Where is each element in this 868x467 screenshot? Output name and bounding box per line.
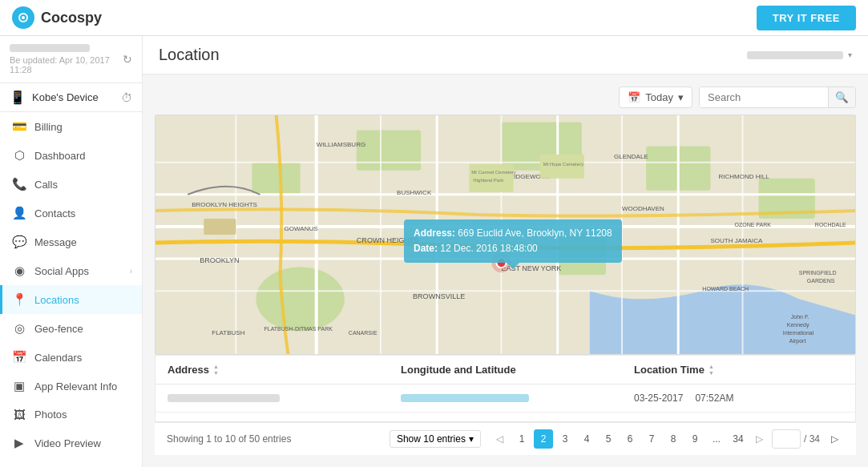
device-settings-icon[interactable]: ⏱ xyxy=(121,91,132,104)
account-updated: Be updated: Apr 10, 2017 11:28 xyxy=(10,55,123,74)
sidebar-item-call-recordings[interactable]: 🎙 Call Recordings xyxy=(0,457,142,467)
pagination-info: Showing 1 to 10 of 50 entries xyxy=(167,433,291,445)
sidebar-item-social-apps[interactable]: ◉ Social Apps › xyxy=(0,256,142,285)
cell-date: 03-25-2017 xyxy=(634,393,683,404)
device-icon: 📱 xyxy=(10,90,26,105)
sidebar-item-label: Calendars xyxy=(34,352,132,364)
total-pages-label: / 34 xyxy=(804,433,820,445)
page-size-select[interactable]: Show 10 entries ▾ xyxy=(390,430,481,448)
sidebar-item-billing[interactable]: 💳 Billing xyxy=(0,112,142,141)
svg-text:ROCHDALE: ROCHDALE xyxy=(815,222,846,227)
sidebar-item-label: Video Preview xyxy=(34,437,132,449)
col-header-address: Address ▲ ▼ xyxy=(155,356,389,384)
date-picker[interactable]: 📅 Today ▾ xyxy=(619,87,692,108)
sidebar-item-label: App Relevant Info xyxy=(34,380,132,393)
main-layout: Be updated: Apr 10, 2017 11:28 ↻ 📱 Kobe'… xyxy=(0,36,868,467)
page-btn-8[interactable]: 8 xyxy=(664,429,683,449)
sidebar-item-locations[interactable]: 📍 Locations xyxy=(0,285,142,314)
page-btn-9[interactable]: 9 xyxy=(685,429,704,449)
page-btn-3[interactable]: 3 xyxy=(555,429,575,449)
cell-time: 07:52AM xyxy=(695,393,733,404)
svg-text:SOUTH JAMAICA: SOUTH JAMAICA xyxy=(710,237,763,244)
device-info: 📱 Kobe's Device xyxy=(10,90,99,105)
date-picker-label: Today xyxy=(645,91,673,103)
svg-text:Kennedy: Kennedy xyxy=(787,322,809,328)
sort-time-icon[interactable]: ▲ ▼ xyxy=(709,364,714,376)
page-btn-2[interactable]: 2 xyxy=(534,429,553,449)
sidebar-item-label: Geo-fence xyxy=(34,323,132,335)
sidebar-item-label: Social Apps xyxy=(34,265,122,277)
page-size-label: Show 10 entries xyxy=(397,433,466,445)
calls-icon: 📞 xyxy=(12,177,26,191)
try-free-button[interactable]: TRY IT FREE xyxy=(757,6,856,30)
refresh-icon[interactable]: ↻ xyxy=(123,53,132,66)
svg-text:BROOKLYN HEIGHTS: BROOKLYN HEIGHTS xyxy=(192,201,257,208)
sidebar-item-label: Locations xyxy=(34,294,132,306)
page-jump-next[interactable]: ▷ xyxy=(825,429,844,449)
svg-text:HOWARD BEACH: HOWARD BEACH xyxy=(702,286,749,292)
sidebar-nav: 💳 Billing ⬡ Dashboard 📞 Calls 👤 Contacts… xyxy=(0,112,142,467)
sidebar-item-dashboard[interactable]: ⬡ Dashboard xyxy=(0,141,142,170)
next-page-button[interactable]: ▷ xyxy=(750,429,769,449)
map-controls: 📅 Today ▾ 🔍 xyxy=(155,87,856,108)
sidebar-item-calls[interactable]: 📞 Calls xyxy=(0,170,142,199)
sidebar-item-contacts[interactable]: 👤 Contacts xyxy=(0,199,142,227)
sidebar-item-app-relevant[interactable]: ▣ App Relevant Info xyxy=(0,372,142,401)
pagination: Showing 1 to 10 of 50 entries Show 10 en… xyxy=(155,422,856,455)
svg-text:CANARSIE: CANARSIE xyxy=(349,330,377,336)
sort-address-icon[interactable]: ▲ ▼ xyxy=(213,364,219,376)
search-box: 🔍 xyxy=(699,87,856,108)
svg-text:Highland Park: Highland Park xyxy=(473,178,504,183)
logo-text: Cocospy xyxy=(41,10,102,26)
pagination-controls: Show 10 entries ▾ ◁ 1 2 3 4 5 6 7 8 9 xyxy=(390,429,844,449)
svg-text:GOWANUS: GOWANUS xyxy=(285,225,318,232)
sidebar-item-label: Dashboard xyxy=(34,150,132,162)
app-relevant-icon: ▣ xyxy=(12,379,26,393)
sidebar-item-photos[interactable]: 🖼 Photos xyxy=(0,401,142,429)
page-btn-6[interactable]: 6 xyxy=(620,429,640,449)
message-icon: 💬 xyxy=(12,235,26,249)
svg-text:OZONE PARK: OZONE PARK xyxy=(734,222,771,227)
sidebar-item-label: Calls xyxy=(34,179,132,191)
page-title: Location xyxy=(159,46,220,64)
sidebar-item-label: Contacts xyxy=(34,207,132,219)
prev-page-button[interactable]: ◁ xyxy=(491,429,510,449)
sidebar-item-label: Billing xyxy=(34,121,132,133)
page-btn-34[interactable]: 34 xyxy=(729,429,748,449)
page-size-arrow: ▾ xyxy=(469,433,474,445)
svg-text:RICHMOND HILL: RICHMOND HILL xyxy=(718,173,769,180)
svg-text:BUSHWICK: BUSHWICK xyxy=(397,189,432,196)
content-header: Location ▾ xyxy=(143,36,868,74)
date-picker-arrow: ▾ xyxy=(678,91,684,103)
address-blur xyxy=(168,394,280,402)
chevron-right-icon: › xyxy=(130,267,132,276)
svg-text:Mt Carmel Cemetery: Mt Carmel Cemetery xyxy=(471,170,516,175)
page-btn-ellipsis: ... xyxy=(707,429,726,449)
page-btn-4[interactable]: 4 xyxy=(577,429,596,449)
svg-text:International: International xyxy=(783,330,814,336)
sidebar-device: 📱 Kobe's Device ⏱ xyxy=(0,83,142,112)
calendar-icon: 📅 xyxy=(628,91,640,103)
table-row: 03-25-2017 07:52AM xyxy=(155,384,855,413)
locations-icon: 📍 xyxy=(12,292,26,307)
page-jump-input[interactable] xyxy=(772,429,801,449)
sidebar-item-geo-fence[interactable]: ◎ Geo-fence xyxy=(0,314,142,343)
svg-text:John F.: John F. xyxy=(791,314,809,320)
cell-address xyxy=(155,384,389,412)
location-popup: Address: 669 Euclid Ave, Brooklyn, NY 11… xyxy=(404,219,622,263)
page-btn-1[interactable]: 1 xyxy=(512,429,531,449)
svg-text:GARDENS: GARDENS xyxy=(807,278,835,284)
search-button[interactable]: 🔍 xyxy=(828,87,855,107)
sidebar-item-video-preview[interactable]: ▶ Video Preview xyxy=(0,429,142,457)
sidebar: Be updated: Apr 10, 2017 11:28 ↻ 📱 Kobe'… xyxy=(0,36,143,467)
page-btn-7[interactable]: 7 xyxy=(642,429,661,449)
coordinates-blur xyxy=(401,394,529,402)
chevron-down-icon[interactable]: ▾ xyxy=(848,50,852,59)
svg-text:BROWNSVILLE: BROWNSVILLE xyxy=(413,292,465,300)
search-input[interactable] xyxy=(700,87,828,107)
page-btn-5[interactable]: 5 xyxy=(599,429,618,449)
sidebar-item-message[interactable]: 💬 Message xyxy=(0,227,142,256)
sidebar-item-calendars[interactable]: 📅 Calendars xyxy=(0,343,142,372)
page-input-box: / 34 ▷ xyxy=(772,429,844,449)
svg-text:FLATBUSH-DITMAS PARK: FLATBUSH-DITMAS PARK xyxy=(264,326,333,332)
